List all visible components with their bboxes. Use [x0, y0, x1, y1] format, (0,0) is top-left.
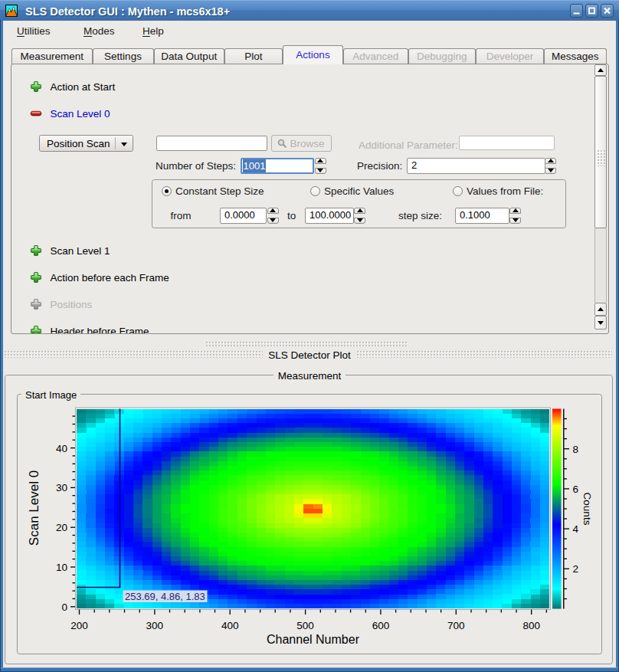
svg-text:253.69, 4.86, 1.83: 253.69, 4.86, 1.83	[125, 591, 205, 602]
svg-text:2: 2	[573, 563, 579, 575]
svg-text:Channel Number: Channel Number	[267, 633, 360, 646]
svg-text:30: 30	[56, 482, 67, 493]
svg-text:400: 400	[221, 620, 239, 631]
svg-text:8: 8	[573, 444, 579, 455]
svg-text:40: 40	[56, 443, 67, 454]
svg-text:Scan Level 0: Scan Level 0	[27, 470, 41, 546]
svg-text:200: 200	[70, 620, 88, 631]
svg-text:300: 300	[146, 620, 164, 631]
svg-text:800: 800	[522, 620, 540, 631]
svg-text:6: 6	[573, 484, 579, 495]
svg-text:0: 0	[61, 602, 67, 613]
svg-text:700: 700	[447, 620, 465, 631]
svg-text:Counts: Counts	[581, 493, 593, 526]
svg-text:20: 20	[56, 522, 67, 533]
svg-text:4: 4	[573, 523, 579, 535]
svg-text:10: 10	[56, 562, 67, 573]
svg-text:500: 500	[296, 620, 314, 631]
svg-text:600: 600	[372, 620, 390, 631]
